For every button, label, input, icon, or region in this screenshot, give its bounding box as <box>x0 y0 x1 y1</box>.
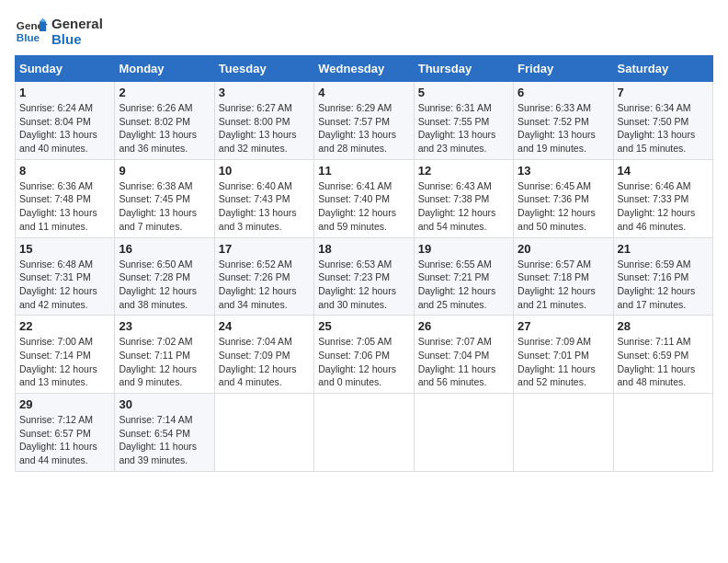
svg-marker-2 <box>40 21 46 31</box>
calendar-cell: 13Sunrise: 6:45 AMSunset: 7:36 PMDayligh… <box>514 159 613 237</box>
calendar-cell: 15Sunrise: 6:48 AMSunset: 7:31 PMDayligh… <box>16 237 115 316</box>
day-number: 13 <box>518 164 609 178</box>
calendar-cell: 18Sunrise: 6:53 AMSunset: 7:23 PMDayligh… <box>314 237 414 316</box>
calendar-cell: 7Sunrise: 6:34 AMSunset: 7:50 PMDaylight… <box>613 82 712 160</box>
day-number: 1 <box>19 86 110 99</box>
cell-text: Sunrise: 7:09 AMSunset: 7:01 PMDaylight:… <box>518 335 609 389</box>
day-number: 9 <box>119 164 210 178</box>
cell-text: Sunrise: 7:00 AMSunset: 7:14 PMDaylight:… <box>19 335 110 389</box>
day-number: 25 <box>318 319 409 333</box>
header-day-monday: Monday <box>115 56 214 82</box>
logo-icon: General Blue <box>15 15 48 48</box>
calendar-cell: 3Sunrise: 6:27 AMSunset: 8:00 PMDaylight… <box>214 82 313 160</box>
calendar-header: SundayMondayTuesdayWednesdayThursdayFrid… <box>16 56 713 82</box>
calendar-body: 1Sunrise: 6:24 AMSunset: 8:04 PMDaylight… <box>16 82 713 472</box>
cell-text: Sunrise: 6:26 AMSunset: 8:02 PMDaylight:… <box>119 101 210 155</box>
cell-text: Sunrise: 6:52 AMSunset: 7:26 PMDaylight:… <box>219 258 310 312</box>
calendar-cell <box>414 394 513 472</box>
calendar-cell: 22Sunrise: 7:00 AMSunset: 7:14 PMDayligh… <box>16 316 115 394</box>
cell-text: Sunrise: 6:33 AMSunset: 7:52 PMDaylight:… <box>518 101 609 155</box>
calendar-week-3: 15Sunrise: 6:48 AMSunset: 7:31 PMDayligh… <box>16 237 713 316</box>
day-number: 22 <box>19 319 110 333</box>
day-number: 14 <box>618 164 709 178</box>
calendar-cell <box>514 394 613 472</box>
calendar-week-4: 22Sunrise: 7:00 AMSunset: 7:14 PMDayligh… <box>16 316 713 394</box>
calendar-week-1: 1Sunrise: 6:24 AMSunset: 8:04 PMDaylight… <box>16 82 713 160</box>
day-number: 23 <box>119 319 210 333</box>
day-number: 21 <box>618 242 709 256</box>
calendar-cell: 21Sunrise: 6:59 AMSunset: 7:16 PMDayligh… <box>613 237 712 316</box>
day-number: 30 <box>119 397 210 411</box>
day-number: 7 <box>618 86 709 99</box>
cell-text: Sunrise: 6:43 AMSunset: 7:38 PMDaylight:… <box>418 179 509 234</box>
calendar-cell: 23Sunrise: 7:02 AMSunset: 7:11 PMDayligh… <box>115 316 214 394</box>
day-number: 18 <box>318 242 409 256</box>
logo-general: General <box>51 16 103 31</box>
cell-text: Sunrise: 7:11 AMSunset: 6:59 PMDaylight:… <box>618 335 709 389</box>
calendar-cell <box>613 394 712 472</box>
cell-text: Sunrise: 6:59 AMSunset: 7:16 PMDaylight:… <box>618 258 709 312</box>
calendar-cell: 30Sunrise: 7:14 AMSunset: 6:54 PMDayligh… <box>115 394 214 472</box>
cell-text: Sunrise: 7:14 AMSunset: 6:54 PMDaylight:… <box>119 413 210 467</box>
day-number: 16 <box>119 242 210 256</box>
cell-text: Sunrise: 6:29 AMSunset: 7:57 PMDaylight:… <box>318 101 409 155</box>
calendar-cell: 1Sunrise: 6:24 AMSunset: 8:04 PMDaylight… <box>16 82 115 160</box>
header-day-thursday: Thursday <box>414 56 513 82</box>
calendar-cell: 16Sunrise: 6:50 AMSunset: 7:28 PMDayligh… <box>115 237 214 316</box>
calendar-week-2: 8Sunrise: 6:36 AMSunset: 7:48 PMDaylight… <box>16 159 713 237</box>
cell-text: Sunrise: 6:46 AMSunset: 7:33 PMDaylight:… <box>618 179 709 234</box>
calendar-cell <box>314 394 414 472</box>
day-number: 28 <box>618 319 709 333</box>
calendar-cell: 2Sunrise: 6:26 AMSunset: 8:02 PMDaylight… <box>115 82 214 160</box>
calendar-cell: 10Sunrise: 6:40 AMSunset: 7:43 PMDayligh… <box>214 159 313 237</box>
cell-text: Sunrise: 6:41 AMSunset: 7:40 PMDaylight:… <box>318 179 409 234</box>
day-number: 4 <box>318 86 409 99</box>
day-number: 26 <box>418 319 509 333</box>
cell-text: Sunrise: 6:55 AMSunset: 7:21 PMDaylight:… <box>418 258 509 312</box>
day-number: 5 <box>418 86 509 99</box>
header-day-friday: Friday <box>514 56 613 82</box>
cell-text: Sunrise: 6:57 AMSunset: 7:18 PMDaylight:… <box>518 258 609 312</box>
cell-text: Sunrise: 6:34 AMSunset: 7:50 PMDaylight:… <box>618 101 709 155</box>
day-number: 15 <box>19 242 110 256</box>
cell-text: Sunrise: 6:53 AMSunset: 7:23 PMDaylight:… <box>318 258 409 312</box>
calendar-table: SundayMondayTuesdayWednesdayThursdayFrid… <box>15 55 713 472</box>
logo-blue: Blue <box>51 31 103 47</box>
calendar-cell: 26Sunrise: 7:07 AMSunset: 7:04 PMDayligh… <box>414 316 513 394</box>
calendar-cell: 25Sunrise: 7:05 AMSunset: 7:06 PMDayligh… <box>314 316 414 394</box>
calendar-cell: 20Sunrise: 6:57 AMSunset: 7:18 PMDayligh… <box>514 237 613 316</box>
cell-text: Sunrise: 7:05 AMSunset: 7:06 PMDaylight:… <box>318 335 409 389</box>
calendar-cell: 5Sunrise: 6:31 AMSunset: 7:55 PMDaylight… <box>414 82 513 160</box>
day-number: 8 <box>19 164 110 178</box>
cell-text: Sunrise: 6:31 AMSunset: 7:55 PMDaylight:… <box>418 101 509 155</box>
header: General Blue General Blue <box>15 15 713 48</box>
day-number: 20 <box>518 242 609 256</box>
day-number: 24 <box>219 319 310 333</box>
day-number: 29 <box>19 397 110 411</box>
cell-text: Sunrise: 7:12 AMSunset: 6:57 PMDaylight:… <box>19 413 110 467</box>
cell-text: Sunrise: 7:07 AMSunset: 7:04 PMDaylight:… <box>418 335 509 389</box>
calendar-cell: 9Sunrise: 6:38 AMSunset: 7:45 PMDaylight… <box>115 159 214 237</box>
calendar-cell: 24Sunrise: 7:04 AMSunset: 7:09 PMDayligh… <box>214 316 313 394</box>
day-number: 12 <box>418 164 509 178</box>
calendar-cell: 19Sunrise: 6:55 AMSunset: 7:21 PMDayligh… <box>414 237 513 316</box>
cell-text: Sunrise: 6:45 AMSunset: 7:36 PMDaylight:… <box>518 179 609 234</box>
day-number: 17 <box>219 242 310 256</box>
cell-text: Sunrise: 6:40 AMSunset: 7:43 PMDaylight:… <box>219 179 310 234</box>
calendar-cell: 27Sunrise: 7:09 AMSunset: 7:01 PMDayligh… <box>514 316 613 394</box>
header-day-wednesday: Wednesday <box>314 56 414 82</box>
cell-text: Sunrise: 7:02 AMSunset: 7:11 PMDaylight:… <box>119 335 210 389</box>
day-number: 11 <box>318 164 409 178</box>
cell-text: Sunrise: 6:50 AMSunset: 7:28 PMDaylight:… <box>119 258 210 312</box>
calendar-cell: 12Sunrise: 6:43 AMSunset: 7:38 PMDayligh… <box>414 159 513 237</box>
calendar-cell: 6Sunrise: 6:33 AMSunset: 7:52 PMDaylight… <box>514 82 613 160</box>
cell-text: Sunrise: 6:27 AMSunset: 8:00 PMDaylight:… <box>219 101 310 155</box>
calendar-week-5: 29Sunrise: 7:12 AMSunset: 6:57 PMDayligh… <box>16 394 713 472</box>
day-number: 2 <box>119 86 210 99</box>
header-day-saturday: Saturday <box>613 56 712 82</box>
calendar-cell: 29Sunrise: 7:12 AMSunset: 6:57 PMDayligh… <box>16 394 115 472</box>
cell-text: Sunrise: 6:36 AMSunset: 7:48 PMDaylight:… <box>19 179 110 234</box>
svg-text:Blue: Blue <box>17 31 40 43</box>
calendar-cell: 17Sunrise: 6:52 AMSunset: 7:26 PMDayligh… <box>214 237 313 316</box>
header-day-sunday: Sunday <box>16 56 115 82</box>
